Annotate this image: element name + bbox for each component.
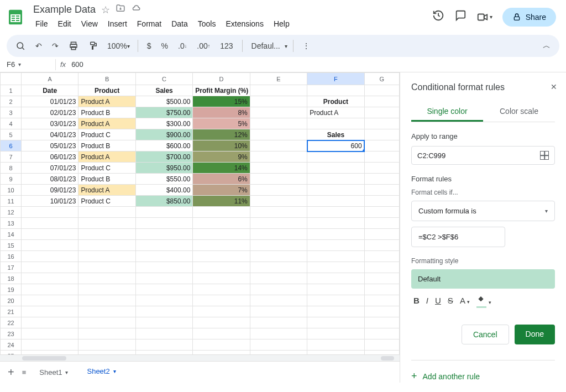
cell[interactable] [364, 185, 399, 196]
cell[interactable] [193, 207, 250, 218]
cell[interactable] [364, 207, 399, 218]
fx-icon[interactable]: fx [60, 60, 66, 69]
cell[interactable] [193, 218, 250, 229]
fill-color-icon[interactable]: ▾ [476, 295, 491, 306]
menu-help[interactable]: Help [269, 17, 294, 30]
active-cell[interactable]: 600 [307, 140, 364, 151]
currency-icon[interactable]: $ [144, 39, 155, 53]
name-box[interactable]: F6▾ [7, 60, 51, 69]
row-header[interactable]: 10 [1, 185, 22, 196]
row-header[interactable]: 20 [1, 295, 22, 306]
cell[interactable]: Product A [78, 96, 135, 107]
cell[interactable]: Product [78, 85, 135, 96]
select-range-icon[interactable] [540, 151, 549, 160]
cell[interactable]: 5% [193, 118, 250, 129]
cell[interactable] [78, 306, 135, 317]
cell[interactable]: 10/01/23 [22, 196, 78, 207]
row-header[interactable]: 2 [1, 96, 22, 107]
cell[interactable]: $300.00 [135, 118, 192, 129]
range-input[interactable]: C2:C999 [411, 146, 555, 165]
cell[interactable] [78, 207, 135, 218]
col-header[interactable]: F [307, 73, 364, 85]
cell[interactable] [307, 328, 364, 339]
cell[interactable] [307, 262, 364, 273]
cell[interactable] [364, 218, 399, 229]
cell[interactable] [193, 251, 250, 262]
cell[interactable] [22, 295, 78, 306]
cell[interactable] [135, 218, 192, 229]
cell[interactable] [364, 339, 399, 351]
cell[interactable]: 09/01/23 [22, 185, 78, 196]
cell[interactable] [22, 273, 78, 284]
more-formats-icon[interactable]: 123 [217, 39, 236, 53]
history-icon[interactable] [432, 9, 444, 24]
menu-edit[interactable]: Edit [54, 17, 76, 30]
cell[interactable]: Profit Margin (%) [193, 85, 250, 96]
all-sheets-icon[interactable]: ≡ [22, 368, 27, 377]
cell[interactable] [250, 317, 307, 328]
cell[interactable] [22, 251, 78, 262]
row-header[interactable]: 23 [1, 328, 22, 339]
cell[interactable] [250, 185, 307, 196]
cell[interactable]: Product C [78, 196, 135, 207]
doc-title[interactable]: Example Data [33, 4, 96, 15]
cell[interactable]: $550.00 [135, 174, 192, 185]
row-header[interactable]: 8 [1, 163, 22, 174]
row-header[interactable]: 19 [1, 284, 22, 295]
cell[interactable] [22, 218, 78, 229]
cell[interactable] [307, 151, 364, 163]
row-header[interactable]: 18 [1, 273, 22, 284]
cell[interactable]: Product B [78, 174, 135, 185]
comment-icon[interactable] [454, 9, 467, 24]
cell[interactable]: $900.00 [135, 129, 192, 140]
row-header[interactable]: 5 [1, 129, 22, 140]
cell[interactable]: 9% [193, 151, 250, 163]
cell[interactable] [364, 306, 399, 317]
cell[interactable]: $850.00 [135, 196, 192, 207]
cell[interactable] [22, 351, 78, 355]
cell[interactable] [250, 251, 307, 262]
cell[interactable] [250, 96, 307, 107]
cell[interactable] [193, 306, 250, 317]
cell[interactable] [78, 295, 135, 306]
cell[interactable]: Sales [307, 129, 364, 140]
cell[interactable] [22, 207, 78, 218]
cell[interactable]: 07/01/23 [22, 163, 78, 174]
cell[interactable] [135, 295, 192, 306]
menu-format[interactable]: Format [133, 17, 166, 30]
cell[interactable] [193, 240, 250, 251]
cell[interactable] [250, 129, 307, 140]
cell[interactable]: Date [22, 85, 78, 96]
cell[interactable] [250, 284, 307, 295]
cell[interactable] [307, 240, 364, 251]
cell[interactable] [364, 174, 399, 185]
row-header[interactable]: 4 [1, 118, 22, 129]
cell[interactable]: 03/01/23 [22, 118, 78, 129]
cell[interactable] [78, 273, 135, 284]
sheets-logo[interactable] [7, 6, 24, 28]
cell[interactable] [250, 85, 307, 96]
cell[interactable]: 04/01/23 [22, 129, 78, 140]
cell[interactable]: 8% [193, 107, 250, 118]
cell[interactable] [22, 339, 78, 351]
more-icon[interactable]: ⋮ [299, 39, 313, 53]
cell[interactable] [193, 229, 250, 240]
cell[interactable] [307, 251, 364, 262]
row-header[interactable]: 25 [1, 351, 22, 355]
spreadsheet-grid[interactable]: A B C D E F G 1DateProductSalesProfit Ma… [0, 72, 400, 354]
cell[interactable] [193, 262, 250, 273]
cell[interactable]: Product A [78, 185, 135, 196]
row-header[interactable]: 6 [1, 140, 22, 151]
cell[interactable] [135, 229, 192, 240]
cell[interactable] [193, 328, 250, 339]
add-rule-button[interactable]: +Add another rule [411, 360, 555, 382]
formula-input[interactable]: =$C2 >$F$6 [411, 227, 505, 247]
cell[interactable] [135, 328, 192, 339]
cell[interactable] [364, 151, 399, 163]
row-header[interactable]: 14 [1, 229, 22, 240]
cell[interactable] [78, 351, 135, 355]
menu-file[interactable]: File [31, 17, 53, 30]
cell[interactable] [250, 306, 307, 317]
cell[interactable] [250, 196, 307, 207]
cell[interactable]: 08/01/23 [22, 174, 78, 185]
